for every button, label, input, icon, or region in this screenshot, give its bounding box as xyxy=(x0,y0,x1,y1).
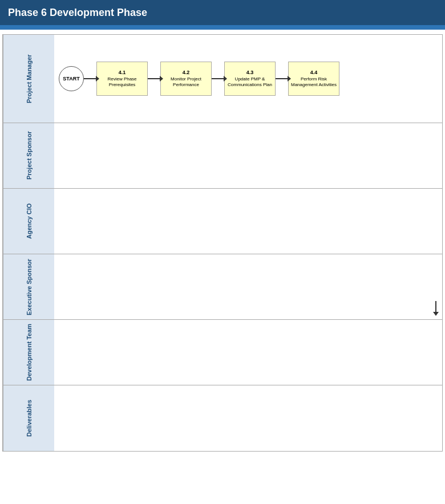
swimlane-label-project-sponsor: Project Sponsor xyxy=(3,123,54,188)
start-node: START xyxy=(59,66,84,91)
swimlane-content-deliverables xyxy=(54,385,442,451)
swimlane-label-project-manager: Project Manager xyxy=(3,35,54,123)
swimlane-row-deliverables: Deliverables xyxy=(3,385,442,451)
swimlane-row-agency-cio: Agency CIO xyxy=(3,189,442,254)
swimlane-content-agency-cio xyxy=(54,189,442,254)
swimlane-row-project-sponsor: Project Sponsor xyxy=(3,123,442,189)
process-box-4-3[interactable]: 4.3 Update PMP & Communications Plan xyxy=(224,62,276,96)
swimlane-label-deliverables: Deliverables xyxy=(3,385,54,451)
process-box-4-4[interactable]: 4.4 Perform Risk Management Activities xyxy=(288,62,339,96)
process-box-4-1[interactable]: 4.1 Review Phase Prerequisites xyxy=(96,62,148,96)
swimlane-content-project-sponsor xyxy=(54,123,442,188)
swimlane-label-agency-cio: Agency CIO xyxy=(3,189,54,254)
process-box-4-2[interactable]: 4.2 Monitor Project Performance xyxy=(160,62,212,96)
swimlane-container: Project Manager START 4.1 Review Phase P… xyxy=(2,34,443,452)
swimlane-content-project-manager: START 4.1 Review Phase Prerequisites 4.2… xyxy=(54,35,442,123)
swimlane-row-executive-sponsor: Executive Sponsor xyxy=(3,254,442,320)
swimlane-label-executive-sponsor: Executive Sponsor xyxy=(3,254,54,319)
down-arrow-indicator xyxy=(435,301,436,315)
arrow-3 xyxy=(212,78,224,79)
arrow-2 xyxy=(148,78,160,79)
arrow-1 xyxy=(84,78,96,79)
page-title: Phase 6 Development Phase xyxy=(0,0,445,25)
blue-bar xyxy=(0,25,445,30)
swimlane-content-executive-sponsor xyxy=(54,254,442,319)
arrow-4 xyxy=(276,78,288,79)
swimlane-row-project-manager: Project Manager START 4.1 Review Phase P… xyxy=(3,35,442,123)
swimlane-content-development-team xyxy=(54,320,442,385)
swimlane-label-development-team: Development Team xyxy=(3,320,54,385)
swimlane-row-development-team: Development Team xyxy=(3,320,442,385)
